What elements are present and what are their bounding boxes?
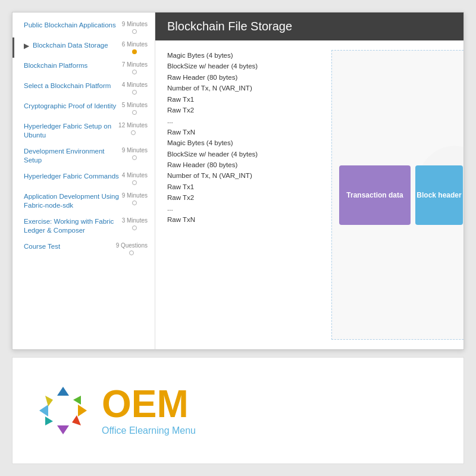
sidebar-item-label-7: Hyperledger Fabric Commands xyxy=(24,172,119,181)
logo-m: M xyxy=(156,383,188,425)
transaction-box: Transaction data xyxy=(339,165,411,225)
sidebar-item-meta-2: 7 Minutes xyxy=(122,61,148,74)
text-line-7: Raw TxN xyxy=(167,127,322,137)
sidebar-item-3[interactable]: Select a Blockchain Platform4 Minutes xyxy=(12,78,155,98)
sidebar-item-meta-6: 9 Minutes xyxy=(122,147,148,160)
sidebar-item-dot-4 xyxy=(132,110,137,115)
sidebar-item-dot-8 xyxy=(132,201,137,205)
text-line-13: Raw Tx2 xyxy=(167,192,322,203)
diagram-content: Transaction data Block header Magic byte… xyxy=(339,165,464,225)
svg-marker-5 xyxy=(72,415,81,425)
sidebar-item-9[interactable]: Exercise: Working with Fabric Ledger & C… xyxy=(12,214,155,239)
sidebar-item-left-4: Cryptographic Proof of Identity xyxy=(24,102,116,111)
text-line-6: ... xyxy=(167,115,322,126)
sidebar-item-dot-7 xyxy=(132,180,137,185)
svg-marker-9 xyxy=(45,396,53,406)
sidebar-item-meta-text-7: 4 Minutes xyxy=(122,172,148,178)
sidebar-item-0[interactable]: Public Blockchain Applications9 Minutes xyxy=(12,17,155,37)
sidebar-item-label-3: Select a Blockchain Platform xyxy=(24,82,111,90)
sidebar-item-meta-text-9: 3 Minutes xyxy=(122,217,148,224)
svg-marker-2 xyxy=(57,387,69,396)
logo-oem: OEM xyxy=(102,385,196,423)
sidebar-item-2[interactable]: Blockchain Platforms7 Minutes xyxy=(12,58,155,78)
sidebar-item-left-7: Hyperledger Fabric Commands xyxy=(24,172,119,181)
sidebar-item-label-0: Public Blockchain Applications xyxy=(24,21,116,30)
sidebar-item-meta-10: 9 Questions xyxy=(116,242,148,255)
logo-oem-text: OEM xyxy=(102,383,189,425)
svg-marker-3 xyxy=(73,396,81,405)
logo-e: E xyxy=(131,383,157,425)
oem-logo-icon xyxy=(36,384,90,437)
sidebar-item-5[interactable]: Hyperledger Fabric Setup on Ubuntu12 Min… xyxy=(12,118,155,143)
slide-header: Blockchain File Storage xyxy=(155,12,464,40)
sidebar-item-meta-text-5: 12 Minutes xyxy=(118,122,148,129)
sidebar-item-label-4: Cryptographic Proof of Identity xyxy=(24,102,116,111)
sidebar-item-7[interactable]: Hyperledger Fabric Commands4 Minutes xyxy=(12,168,155,189)
sidebar-active-arrow-1: ▶ xyxy=(24,42,29,50)
sidebar-item-left-8: Application Development Using Fabric-nod… xyxy=(24,192,120,210)
text-line-10: Raw Header (80 bytes) xyxy=(167,159,322,170)
text-line-3: Number of Tx, N (VAR_INT) xyxy=(167,83,322,93)
sidebar-item-4[interactable]: Cryptographic Proof of Identity5 Minutes xyxy=(12,98,155,118)
sidebar-item-10[interactable]: Course Test9 Questions xyxy=(12,239,155,259)
text-line-0: Magic Bytes (4 bytes) xyxy=(167,50,322,61)
sidebar-item-label-8: Application Development Using Fabric-nod… xyxy=(24,192,120,210)
sidebar-item-meta-9: 3 Minutes xyxy=(122,217,148,230)
sidebar-item-dot-2 xyxy=(132,70,137,74)
sidebar-item-label-9: Exercise: Working with Fabric Ledger & C… xyxy=(24,217,120,235)
sidebar-item-label-1: Blockchain Data Storage xyxy=(33,41,108,50)
sidebar-item-meta-5: 12 Minutes xyxy=(118,122,148,135)
sidebar-item-meta-7: 4 Minutes xyxy=(122,172,148,185)
sidebar-item-meta-4: 5 Minutes xyxy=(122,102,148,115)
transaction-label: Transaction data xyxy=(346,191,403,199)
text-line-9: BlockSize w/ header (4 bytes) xyxy=(167,149,322,159)
block-header-box: Block header xyxy=(415,165,463,225)
text-line-12: Raw Tx1 xyxy=(167,181,322,192)
sidebar-item-meta-text-1: 6 Minutes xyxy=(122,41,148,48)
sidebar-item-label-6: Development Environment Setup xyxy=(24,147,120,165)
sidebar-item-1[interactable]: ▶Blockchain Data Storage6 Minutes xyxy=(12,37,155,58)
sidebar-item-6[interactable]: Development Environment Setup9 Minutes xyxy=(12,143,155,168)
sidebar-item-meta-text-6: 9 Minutes xyxy=(122,147,148,154)
sidebar-item-left-10: Course Test xyxy=(24,242,60,251)
sidebar-item-label-2: Blockchain Platforms xyxy=(24,61,87,70)
sidebar-item-label-10: Course Test xyxy=(24,242,60,251)
sidebar-item-meta-3: 4 Minutes xyxy=(122,82,148,95)
outer-container: Public Blockchain Applications9 Minutes▶… xyxy=(0,0,476,476)
sidebar-item-dot-9 xyxy=(132,226,137,230)
text-line-14: ... xyxy=(167,203,322,214)
logo-text-area: OEM Office Elearning Menu xyxy=(102,385,196,436)
sidebar-item-meta-text-8: 9 Minutes xyxy=(122,192,148,199)
sidebar-item-meta-text-4: 5 Minutes xyxy=(122,102,148,108)
text-line-2: Raw Header (80 bytes) xyxy=(167,72,322,83)
slide-body: Magic Bytes (4 bytes)BlockSize w/ header… xyxy=(155,40,464,349)
sidebar-item-8[interactable]: Application Development Using Fabric-nod… xyxy=(12,189,155,214)
sidebar-item-left-1: ▶Blockchain Data Storage xyxy=(24,41,108,50)
sidebar: Public Blockchain Applications9 Minutes▶… xyxy=(12,12,155,349)
sidebar-item-meta-text-3: 4 Minutes xyxy=(122,82,148,88)
main-content: Blockchain File Storage Magic Bytes (4 b… xyxy=(155,12,464,349)
text-line-1: BlockSize w/ header (4 bytes) xyxy=(167,61,322,71)
logo-subtitle: Office Elearning Menu xyxy=(102,425,196,436)
logo-o: O xyxy=(102,383,131,425)
sidebar-item-dot-0 xyxy=(132,29,137,34)
sidebar-item-dot-3 xyxy=(132,90,137,95)
logo-area: OEM Office Elearning Menu xyxy=(12,357,464,464)
sidebar-item-left-9: Exercise: Working with Fabric Ledger & C… xyxy=(24,217,120,235)
sidebar-item-meta-1: 6 Minutes xyxy=(122,41,148,54)
svg-marker-7 xyxy=(45,416,53,425)
text-line-8: Magic Bytes (4 bytes) xyxy=(167,137,322,148)
app-area: Public Blockchain Applications9 Minutes▶… xyxy=(12,12,464,350)
sidebar-item-label-5: Hyperledger Fabric Setup on Ubuntu xyxy=(24,122,116,140)
sidebar-item-dot-5 xyxy=(131,130,136,135)
sidebar-item-left-6: Development Environment Setup xyxy=(24,147,120,165)
block-header-label: Block header xyxy=(416,191,461,199)
sidebar-item-dot-6 xyxy=(132,155,137,160)
sidebar-item-meta-0: 9 Minutes xyxy=(122,21,148,34)
svg-marker-4 xyxy=(78,405,87,416)
slide-diagram: Transaction data Block header Magic byte… xyxy=(331,50,464,340)
text-line-5: Raw Tx2 xyxy=(167,105,322,115)
sidebar-item-meta-text-0: 9 Minutes xyxy=(122,21,148,27)
sidebar-item-dot-1 xyxy=(132,49,137,54)
sidebar-item-left-3: Select a Blockchain Platform xyxy=(24,82,111,90)
